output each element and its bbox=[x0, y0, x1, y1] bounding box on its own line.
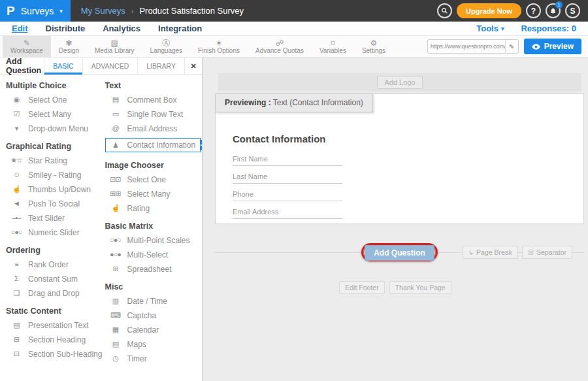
settings-icon: ⚙ bbox=[370, 39, 378, 47]
question-section-title: Multiple Choice bbox=[6, 81, 105, 90]
toolbar-item-workspace[interactable]: ✎Workspace bbox=[3, 36, 51, 57]
question-type-smiley-rating[interactable]: ☺Smiley - Rating bbox=[6, 170, 105, 180]
notification-badge: 1 bbox=[555, 1, 563, 8]
toolbar-item-media-library[interactable]: ▧Media Library bbox=[87, 36, 142, 57]
add-logo-button[interactable]: Add Logo bbox=[377, 76, 422, 89]
toolbar-item-settings[interactable]: ⚙Settings bbox=[354, 36, 393, 57]
question-type-star-rating[interactable]: ★☆Star Rating bbox=[6, 156, 105, 165]
top-bar: P Surveys ▾ My Surveys › Product Satisfa… bbox=[0, 0, 588, 22]
help-button[interactable]: ? bbox=[526, 3, 541, 18]
caret-down-icon: ▾ bbox=[59, 8, 63, 14]
question-type-drop-down-menu[interactable]: ▾Drop-down Menu bbox=[6, 124, 105, 133]
question-type-select-one[interactable]: ◉Select One bbox=[6, 95, 105, 105]
form-field-last-name[interactable]: Last Name bbox=[233, 173, 342, 184]
footer-buttons: Edit Footer Thank You Page bbox=[203, 281, 588, 294]
toolbar-item-languages[interactable]: ⒶLanguages bbox=[142, 36, 191, 57]
eye-icon bbox=[532, 44, 540, 50]
avatar[interactable]: S bbox=[565, 3, 580, 18]
single-row-text-icon: ▭ bbox=[108, 110, 123, 118]
panel-tab-library[interactable]: LIBRARY bbox=[137, 58, 184, 75]
breadcrumb-separator: › bbox=[131, 7, 134, 15]
question-type-push-to-social[interactable]: ◄Push To Social bbox=[6, 199, 105, 208]
question-type-select-many[interactable]: ☑Select Many bbox=[6, 109, 105, 119]
toolbar-item-finish-options[interactable]: ✶Finish Options bbox=[190, 36, 248, 57]
toolbar-item-variables[interactable]: ⌑Variables bbox=[312, 36, 354, 57]
add-question-row: Add Question ↳ Page Break ☒ Separator bbox=[215, 241, 584, 263]
toolbar-item-design[interactable]: ✾Design bbox=[51, 36, 87, 57]
presentation-text-icon: ▤ bbox=[9, 321, 24, 329]
question-type-presentation-text[interactable]: ▤Presentation Text bbox=[6, 320, 105, 330]
advance-quotas-icon: ☍ bbox=[276, 39, 284, 47]
question-type-select-many[interactable]: ⊞⊞Select Many bbox=[105, 189, 203, 199]
survey-url-input[interactable]: https://www.questionpro.com/t/AP53kZgUI bbox=[428, 43, 505, 50]
text-slider-icon: –•– bbox=[9, 214, 24, 222]
brand-menu[interactable]: P Surveys ▾ bbox=[0, 0, 71, 22]
nav-tabs: EditDistributeAnalyticsIntegration bbox=[12, 24, 202, 33]
separator-button[interactable]: ☒ Separator bbox=[522, 246, 572, 259]
edit-url-icon[interactable]: ✎ bbox=[505, 40, 518, 53]
nav-tab-edit[interactable]: Edit bbox=[12, 24, 28, 33]
radio-list-icon: ◉ bbox=[9, 95, 24, 104]
thumbs-icon: ☝ bbox=[9, 185, 24, 193]
logo-band: Add Logo bbox=[218, 73, 581, 91]
toolbar-item-advance-quotas[interactable]: ☍Advance Quotas bbox=[248, 36, 312, 57]
close-icon[interactable]: ✕ bbox=[184, 58, 202, 75]
question-type-multi-point-scales[interactable]: ○●○Multi-Point Scales bbox=[105, 235, 203, 245]
panel-column: Multiple Choice◉Select One☑Select Many▾D… bbox=[6, 81, 105, 372]
spreadsheet-icon: ⊞ bbox=[108, 265, 123, 273]
question-type-email-address[interactable]: @Email Address bbox=[105, 124, 203, 133]
page-break-button[interactable]: ↳ Page Break bbox=[463, 246, 518, 259]
question-preview-card: Previewing : Text (Contact Information) … bbox=[215, 93, 584, 224]
panel-tab-advanced[interactable]: ADVANCED bbox=[82, 58, 138, 75]
panel-tab-basic[interactable]: BASIC bbox=[44, 58, 82, 75]
question-type-drag-and-drop[interactable]: ❏Drag and Drop bbox=[6, 288, 105, 298]
question-type-rank-order[interactable]: ≡Rank Order bbox=[6, 259, 105, 269]
caret-down-icon: ▾ bbox=[501, 25, 504, 32]
separator-label: Separator bbox=[536, 248, 566, 256]
upgrade-now-button[interactable]: Upgrade Now bbox=[457, 3, 521, 18]
question-section-title: Ordering bbox=[6, 246, 105, 255]
breadcrumb-my-surveys[interactable]: My Surveys bbox=[81, 6, 125, 16]
question-type-multi-select[interactable]: ●○●Multi-Select bbox=[105, 250, 203, 259]
question-title: Contact Information bbox=[233, 133, 583, 144]
question-type-single-row-text[interactable]: ▭Single Row Text bbox=[105, 109, 203, 119]
question-type-text-slider[interactable]: –•–Text Slider bbox=[6, 213, 105, 223]
question-type-section-heading[interactable]: ⊟Section Heading bbox=[6, 335, 105, 344]
form-field-email-address[interactable]: Email Address bbox=[233, 208, 342, 219]
question-type-spreadsheet[interactable]: ⊞Spreadsheet bbox=[105, 264, 203, 274]
question-type-constant-sum[interactable]: ΣConstant Sum bbox=[6, 274, 105, 284]
question-type-maps[interactable]: ▤Maps bbox=[105, 339, 203, 349]
question-type-select-one[interactable]: ⊡⊡Select One bbox=[105, 174, 203, 184]
preview-label: Preview bbox=[544, 42, 574, 51]
thank-you-page-button[interactable]: Thank You Page bbox=[389, 281, 451, 294]
preview-button[interactable]: Preview bbox=[524, 39, 581, 54]
question-type-rating[interactable]: ☝Rating bbox=[105, 203, 203, 213]
tools-menu[interactable]: Tools ▾ bbox=[476, 24, 504, 33]
page-break-icon: ↳ bbox=[468, 249, 474, 256]
question-type-captcha[interactable]: ⌨Captcha bbox=[105, 310, 203, 320]
question-type-date-time[interactable]: ▥Date / Time bbox=[105, 296, 203, 306]
question-type-comment-box[interactable]: ▤Comment Box bbox=[105, 95, 203, 105]
question-type-calendar[interactable]: ▦Calendar bbox=[105, 325, 203, 335]
form-field-phone[interactable]: Phone bbox=[233, 190, 342, 201]
add-question-type-button[interactable]: + bbox=[200, 140, 202, 150]
smiley-icon: ☺ bbox=[9, 171, 24, 179]
notifications-button[interactable]: 1 bbox=[546, 3, 561, 18]
add-question-button[interactable]: Add Question bbox=[365, 245, 434, 261]
question-type-numeric-slider[interactable]: ○●○Numeric Slider bbox=[6, 227, 105, 237]
question-section-title: Static Content bbox=[6, 306, 105, 316]
form-field-first-name[interactable]: First Name bbox=[233, 155, 342, 166]
search-button[interactable] bbox=[437, 3, 452, 18]
nav-tab-distribute[interactable]: Distribute bbox=[46, 24, 86, 33]
question-type-contact-information[interactable]: ♟Contact Information+ bbox=[105, 138, 201, 152]
edit-footer-button[interactable]: Edit Footer bbox=[339, 281, 384, 294]
question-section-title: Misc bbox=[105, 282, 203, 291]
nav-tab-integration[interactable]: Integration bbox=[158, 24, 202, 33]
question-type-thumbs-up-down[interactable]: ☝Thumbs Up/Down bbox=[6, 184, 105, 194]
content-area: Add Question BASICADVANCEDLIBRARY ✕ Mult… bbox=[0, 58, 588, 381]
contact-fields: First NameLast NamePhoneEmail Address bbox=[233, 155, 583, 219]
nav-tab-analytics[interactable]: Analytics bbox=[103, 24, 140, 33]
question-type-timer[interactable]: ◷Timer bbox=[105, 354, 203, 363]
section-subheading-icon: ⊡ bbox=[9, 350, 24, 358]
question-type-section-sub-heading[interactable]: ⊡Section Sub-Heading bbox=[6, 349, 105, 359]
